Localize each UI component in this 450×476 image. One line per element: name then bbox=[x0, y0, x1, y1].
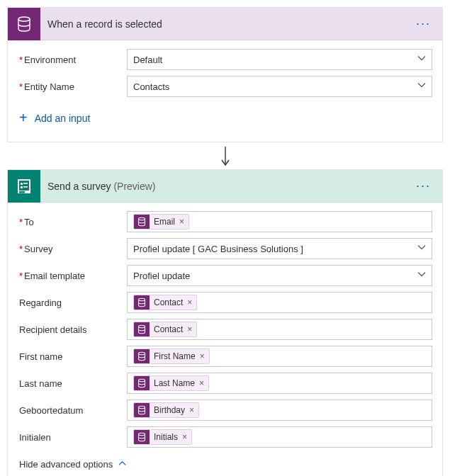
row-recipient: Recipient details Contact × bbox=[18, 319, 432, 340]
label-entity: Entity Name bbox=[18, 81, 127, 92]
row-regarding: Regarding Contact × bbox=[18, 292, 432, 313]
label-recipient: Recipient details bbox=[18, 324, 127, 335]
trigger-title: When a record is selected bbox=[47, 18, 413, 30]
row-template: Email template Profiel update bbox=[18, 265, 432, 286]
chevron-up-icon bbox=[118, 459, 126, 470]
token-lastname[interactable]: Last Name × bbox=[133, 375, 209, 391]
database-icon bbox=[134, 295, 150, 310]
token-remove-button[interactable]: × bbox=[179, 217, 189, 227]
token-remove-button[interactable]: × bbox=[200, 351, 209, 361]
action-body: To Email × Survey Profiel update [ GAC B… bbox=[8, 203, 442, 476]
row-firstname: First name First Name × bbox=[18, 346, 432, 367]
add-input-label: Add an input bbox=[35, 113, 91, 124]
label-environment: Environment bbox=[18, 55, 127, 65]
database-icon bbox=[134, 402, 150, 418]
token-remove-button[interactable]: × bbox=[189, 405, 198, 415]
chevron-down-icon bbox=[417, 244, 426, 254]
action-more-button[interactable]: ··· bbox=[413, 178, 434, 193]
label-lastname: Last name bbox=[18, 378, 127, 389]
chevron-down-icon bbox=[417, 271, 426, 281]
database-icon bbox=[134, 348, 150, 364]
survey-value: Profiel update [ GAC Business Solutions … bbox=[133, 244, 303, 254]
action-card: Send a survey (Preview) ··· To Email × S… bbox=[7, 169, 443, 476]
token-remove-button[interactable]: × bbox=[199, 378, 208, 388]
initials-input[interactable]: Initials × bbox=[127, 426, 432, 448]
action-title: Send a survey (Preview) bbox=[47, 181, 413, 192]
token-initials[interactable]: Initials × bbox=[133, 429, 192, 445]
trigger-more-button[interactable]: ··· bbox=[413, 16, 434, 31]
label-to: To bbox=[18, 217, 127, 227]
chevron-down-icon bbox=[417, 55, 426, 65]
token-firstname[interactable]: First Name × bbox=[133, 348, 210, 364]
add-input-button[interactable]: + Add an input bbox=[18, 103, 91, 130]
label-initials: Initialen bbox=[18, 432, 127, 443]
environment-value: Default bbox=[133, 55, 162, 65]
token-contact[interactable]: Contact × bbox=[133, 295, 197, 310]
row-entity: Entity Name Contacts bbox=[18, 76, 432, 97]
token-remove-button[interactable]: × bbox=[182, 432, 191, 442]
hide-advanced-toggle[interactable]: Hide advanced options bbox=[18, 453, 128, 471]
plus-icon: + bbox=[19, 110, 28, 126]
entity-select[interactable]: Contacts bbox=[127, 76, 432, 97]
lastname-input[interactable]: Last Name × bbox=[127, 373, 432, 394]
label-birthday: Geboortedatum bbox=[18, 405, 127, 416]
entity-value: Contacts bbox=[133, 81, 169, 92]
row-environment: Environment Default bbox=[18, 49, 432, 70]
row-survey: Survey Profiel update [ GAC Business Sol… bbox=[18, 238, 432, 259]
database-icon bbox=[134, 322, 150, 337]
template-value: Profiel update bbox=[133, 271, 190, 281]
cds-connector-icon bbox=[8, 8, 40, 40]
to-input[interactable]: Email × bbox=[127, 211, 432, 232]
trigger-card: When a record is selected ··· Environmen… bbox=[7, 7, 443, 142]
label-survey: Survey bbox=[18, 244, 127, 254]
row-to: To Email × bbox=[18, 211, 432, 232]
action-header[interactable]: Send a survey (Preview) ··· bbox=[8, 170, 442, 203]
trigger-header[interactable]: When a record is selected ··· bbox=[8, 8, 442, 40]
token-email[interactable]: Email × bbox=[133, 214, 189, 230]
forms-pro-connector-icon bbox=[8, 170, 40, 203]
token-contact[interactable]: Contact × bbox=[133, 322, 197, 337]
row-birthday: Geboortedatum Birthday × bbox=[18, 400, 432, 421]
template-select[interactable]: Profiel update bbox=[127, 265, 432, 286]
environment-select[interactable]: Default bbox=[127, 49, 432, 70]
preview-tag: (Preview) bbox=[113, 181, 155, 192]
database-icon bbox=[134, 429, 150, 445]
connector-arrow bbox=[7, 142, 443, 169]
row-initials: Initialen Initials × bbox=[18, 426, 432, 448]
recipient-input[interactable]: Contact × bbox=[127, 319, 432, 340]
birthday-input[interactable]: Birthday × bbox=[127, 400, 432, 421]
label-template: Email template bbox=[18, 271, 127, 281]
survey-select[interactable]: Profiel update [ GAC Business Solutions … bbox=[127, 238, 432, 259]
regarding-input[interactable]: Contact × bbox=[127, 292, 432, 313]
database-icon bbox=[134, 375, 150, 391]
database-icon bbox=[134, 214, 150, 230]
trigger-body: Environment Default Entity Name Contacts… bbox=[8, 40, 442, 142]
label-firstname: First name bbox=[18, 351, 127, 362]
firstname-input[interactable]: First Name × bbox=[127, 346, 432, 367]
token-remove-button[interactable]: × bbox=[187, 324, 196, 334]
chevron-down-icon bbox=[417, 81, 426, 92]
token-birthday[interactable]: Birthday × bbox=[133, 402, 199, 418]
row-lastname: Last name Last Name × bbox=[18, 373, 432, 394]
label-regarding: Regarding bbox=[18, 298, 127, 308]
token-remove-button[interactable]: × bbox=[187, 298, 196, 307]
